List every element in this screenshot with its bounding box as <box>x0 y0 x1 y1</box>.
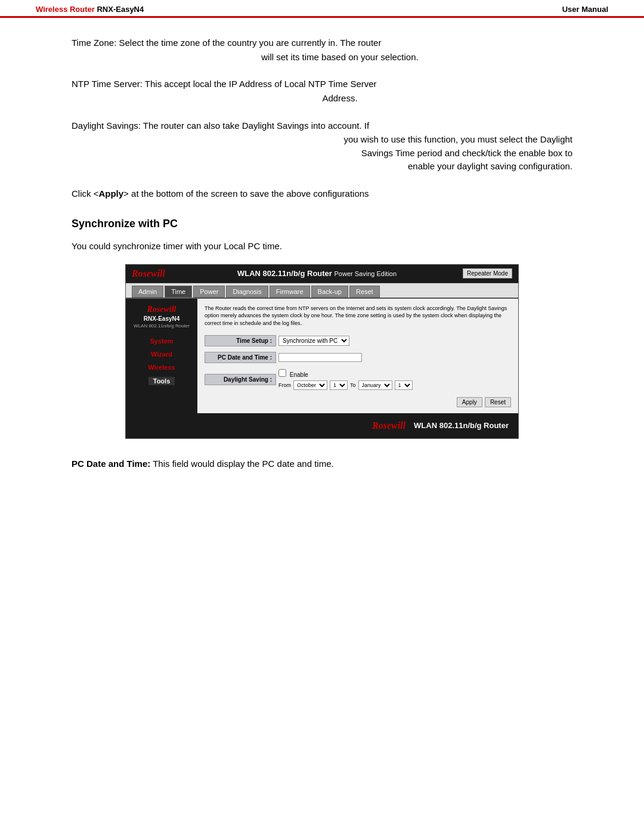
time-setup-select[interactable]: Synchronize with PC <box>278 336 349 346</box>
daylight-range-row: From October 1 To January <box>278 380 414 390</box>
ntp-paragraph: NTP Time Server: This accept local the I… <box>72 77 572 105</box>
header-model: RNX-EasyN4 <box>97 5 144 14</box>
nav-backup[interactable]: Back-up <box>311 286 348 298</box>
nav-admin[interactable]: Admin <box>132 286 163 298</box>
click-apply-text: Click <Apply> at the bottom of the scree… <box>72 187 572 201</box>
from-label: From <box>278 382 291 388</box>
nav-diagnosis[interactable]: Diagnosis <box>226 286 268 298</box>
sidebar-model: RNX-EasyN4 <box>144 315 180 322</box>
router-screenshot: Rosewill WLAN 802.11n/b/g Router Power S… <box>125 264 519 439</box>
bottom-paragraph: PC Date and Time: This field would displ… <box>72 457 572 472</box>
time-zone-term: Time Zone: <box>72 38 116 48</box>
page-header: Wireless Router RNX-EasyN4 User Manual <box>0 0 644 18</box>
time-setup-row: Time Setup : Synchronize with PC <box>205 335 511 347</box>
daylight-enable-label: Enable <box>290 371 308 378</box>
daylight-saving-row: Daylight Saving : Enable From October <box>205 368 511 391</box>
daylight-first-line: Daylight Savings: The router can also ta… <box>72 119 572 134</box>
router-sidebar: Rosewill RNX-EasyN4 WLAN 802.11n/b/g Rou… <box>126 299 197 413</box>
nav-reset[interactable]: Reset <box>349 286 380 298</box>
time-setup-value: Synchronize with PC <box>276 335 511 347</box>
header-left: Wireless Router RNX-EasyN4 <box>36 5 144 14</box>
daylight-enable-checkbox[interactable] <box>278 369 286 377</box>
router-title-main: WLAN 802.11n/b/g Router <box>237 269 332 278</box>
time-zone-body1: Select the time zone of the country you … <box>119 38 381 48</box>
daylight-term: Daylight Savings: <box>72 120 141 131</box>
nav-time[interactable]: Time <box>165 286 192 298</box>
router-title: WLAN 802.11n/b/g Router Power Saving Edi… <box>171 269 463 278</box>
ntp-term: NTP Time Server: <box>72 79 143 89</box>
sidebar-wireless-link[interactable]: Wireless <box>148 364 175 371</box>
router-btn-row: Apply Reset <box>205 397 511 407</box>
time-zone-first-line: Time Zone: Select the time zone of the c… <box>72 36 572 51</box>
to-day-select[interactable]: 1 <box>395 380 413 390</box>
sidebar-system-link[interactable]: System <box>150 337 173 345</box>
from-day-select[interactable]: 1 <box>330 380 348 390</box>
pc-date-label: PC Date and Time : <box>205 352 276 363</box>
daylight-saving-label: Daylight Saving : <box>205 374 276 385</box>
time-zone-body2: will set its time based on your selectio… <box>107 51 572 64</box>
router-apply-button[interactable]: Apply <box>457 397 482 407</box>
sidebar-logo: Rosewill <box>147 305 176 314</box>
pc-date-input[interactable] <box>278 353 362 362</box>
time-zone-paragraph: Time Zone: Select the time zone of the c… <box>72 36 572 64</box>
router-top-logo: Rosewill <box>132 268 165 279</box>
main-content: Time Zone: Select the time zone of the c… <box>0 18 644 489</box>
router-nav: Admin Time Power Diagnosis Firmware Back… <box>126 283 518 299</box>
pc-date-value <box>276 352 511 363</box>
sidebar-tools-link[interactable]: Tools <box>148 377 175 385</box>
ntp-first-line: NTP Time Server: This accept local the I… <box>72 77 572 92</box>
daylight-saving-value: Enable From October 1 To <box>276 368 511 391</box>
daylight-paragraph: Daylight Savings: The router can also ta… <box>72 119 572 174</box>
daylight-body-rest: you wish to use this function, you must … <box>167 133 572 174</box>
repeater-mode-button[interactable]: Repeater Mode <box>463 268 512 278</box>
daylight-body-part1: The router can also take Daylight Saving… <box>143 120 369 131</box>
footer-text: WLAN 802.11n/b/g Router <box>414 421 509 430</box>
router-main-area: The Router reads the correct time from N… <box>197 299 518 413</box>
to-label: To <box>350 382 356 388</box>
pc-date-row: PC Date and Time : <box>205 352 511 363</box>
sync-intro: You could synchronize timer with your Lo… <box>72 241 572 251</box>
router-title-suffix: Power Saving Edition <box>335 270 397 277</box>
bottom-body-text: This field would display the PC date and… <box>153 459 334 469</box>
router-footer: Rosewill WLAN 802.11n/b/g Router <box>126 413 518 438</box>
router-body: Rosewill RNX-EasyN4 WLAN 802.11n/b/g Rou… <box>126 299 518 413</box>
nav-power[interactable]: Power <box>193 286 225 298</box>
sync-heading: Synchronize with PC <box>72 218 572 230</box>
ntp-body2: Address. <box>107 92 572 106</box>
nav-firmware[interactable]: Firmware <box>270 286 310 298</box>
apply-bold: Apply <box>98 188 123 199</box>
bottom-term: PC Date and Time: <box>72 459 150 469</box>
header-right: User Manual <box>562 5 608 14</box>
daylight-enable-row: Enable <box>278 369 308 378</box>
ntp-body1: This accept local the IP Address of Loca… <box>145 79 377 89</box>
time-setup-label: Time Setup : <box>205 335 276 346</box>
router-reset-button[interactable]: Reset <box>485 397 511 407</box>
sidebar-wizard-link[interactable]: Wizard <box>151 351 172 358</box>
router-description: The Router reads the correct time from N… <box>205 305 511 327</box>
sidebar-subtitle: WLAN 802.11n/b/g Router <box>134 323 190 329</box>
footer-logo: Rosewill <box>372 420 405 431</box>
from-month-select[interactable]: October <box>293 380 327 390</box>
header-wireless-label: Wireless Router <box>36 5 95 14</box>
router-top-bar: Rosewill WLAN 802.11n/b/g Router Power S… <box>126 265 518 283</box>
to-month-select[interactable]: January <box>358 380 392 390</box>
